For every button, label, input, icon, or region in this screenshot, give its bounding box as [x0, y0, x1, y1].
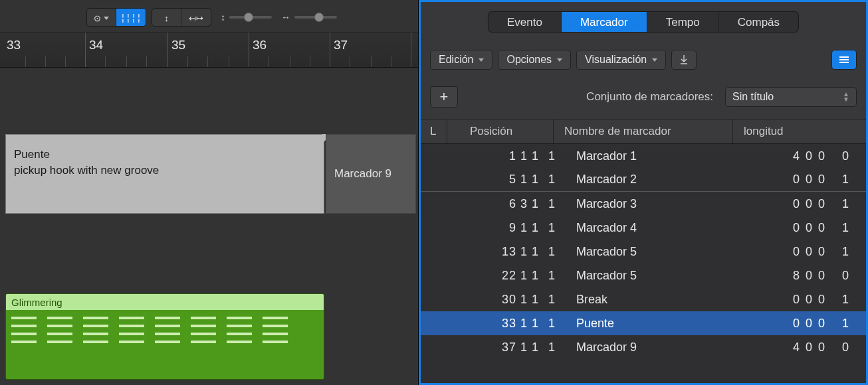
col-length[interactable]: longitud — [733, 119, 866, 143]
cell-length[interactable]: 4 0 0 — [744, 149, 830, 163]
cell-length-tick[interactable]: 0 — [830, 341, 866, 354]
cell-position[interactable]: 6 3 1 — [447, 197, 543, 211]
table-row[interactable]: 13 1 11Marcador 50 0 01 — [421, 240, 866, 264]
cell-marker-name[interactable]: Break — [566, 293, 744, 307]
cell-length-tick[interactable]: 1 — [830, 173, 866, 187]
cell-length-tick[interactable]: 1 — [830, 221, 866, 235]
cell-position-tick[interactable]: 1 — [543, 221, 566, 235]
audio-region-glimmering[interactable]: Glimmering — [5, 293, 324, 380]
horizontal-autozoom-button[interactable]: ↤↦ — [181, 9, 211, 27]
cell-length[interactable]: 0 0 0 — [744, 317, 830, 331]
cell-position-tick[interactable]: 1 — [543, 197, 566, 211]
cell-length[interactable]: 0 0 0 — [744, 197, 830, 211]
marker-title: Puente — [14, 147, 316, 163]
cell-position[interactable]: 13 1 1 — [447, 245, 543, 259]
waveform-view-button[interactable]: ╎╎╎╎ — [116, 9, 146, 27]
table-row[interactable]: 9 1 11Marcador 40 0 01 — [421, 216, 866, 240]
cell-marker-name[interactable]: Marcador 2 — [566, 173, 744, 187]
menu-label: Edición — [439, 54, 473, 66]
cell-position-tick[interactable]: 1 — [543, 317, 566, 331]
bar-number: 33 — [7, 38, 21, 52]
chevron-down-icon — [652, 58, 657, 62]
cell-position-tick[interactable]: 1 — [543, 245, 566, 259]
tab-tempo[interactable]: Tempo — [647, 12, 719, 32]
vertical-autozoom-button[interactable]: ↕ — [152, 9, 181, 27]
cell-marker-name[interactable]: Marcador 9 — [566, 341, 744, 354]
cell-length-tick[interactable]: 1 — [830, 245, 866, 259]
cell-marker-name[interactable]: Marcador 3 — [566, 197, 744, 211]
horizontal-zoom-slider[interactable] — [294, 16, 337, 19]
cell-length-tick[interactable]: 1 — [830, 317, 866, 331]
arrange-canvas[interactable]: Puente pickup hook with new groove Marca… — [0, 68, 418, 385]
table-row[interactable]: 30 1 11Break0 0 01 — [421, 287, 866, 311]
cell-position-tick[interactable]: 1 — [543, 341, 566, 354]
cell-length-tick[interactable]: 1 — [830, 197, 866, 211]
svg-rect-1 — [839, 59, 849, 60]
table-row[interactable]: 5 1 11Marcador 20 0 01 — [421, 168, 866, 192]
list-view-button[interactable] — [831, 50, 857, 70]
horizontal-zoom-icon: ↤↦ — [189, 13, 203, 23]
table-row[interactable]: 6 3 11Marcador 30 0 01 — [421, 192, 866, 216]
chevron-down-icon — [104, 17, 109, 20]
marker-set-row: + Conjunto de marcadores: Sin título ▲▼ — [430, 84, 857, 110]
cell-length[interactable]: 0 0 0 — [744, 245, 830, 259]
editor-menubar: Edición Opciones Visualización — [430, 48, 857, 71]
cell-position[interactable]: 33 1 1 — [447, 317, 543, 331]
cell-position[interactable]: 22 1 1 — [447, 269, 543, 283]
col-lock[interactable]: L — [421, 119, 447, 143]
menu-opciones[interactable]: Opciones — [498, 50, 571, 70]
table-row[interactable]: 1 1 11Marcador 14 0 00 — [421, 144, 866, 168]
slider-thumb[interactable] — [244, 13, 253, 22]
menu-label: Visualización — [585, 54, 647, 66]
tab-marcador[interactable]: Marcador — [562, 12, 647, 32]
bar-ruler[interactable]: 33 34 35 36 37 — [0, 32, 418, 68]
table-row[interactable]: 37 1 11Marcador 94 0 00 — [421, 335, 866, 359]
cell-length[interactable]: 0 0 0 — [744, 221, 830, 235]
marker-table-body: 1 1 11Marcador 14 0 005 1 11Marcador 20 … — [421, 144, 866, 383]
cell-position-tick[interactable]: 1 — [543, 269, 566, 283]
filter-button[interactable] — [671, 50, 697, 70]
menu-edicion[interactable]: Edición — [430, 50, 492, 70]
cell-position[interactable]: 1 1 1 — [447, 149, 543, 163]
table-row[interactable]: 22 1 11Marcador 58 0 00 — [421, 264, 866, 287]
cell-marker-name[interactable]: Marcador 4 — [566, 221, 744, 235]
cell-length-tick[interactable]: 0 — [830, 149, 866, 163]
bar-number: 34 — [89, 38, 103, 52]
vertical-zoom-icon: ↕ — [221, 12, 225, 23]
col-name[interactable]: Nombre de marcador — [554, 119, 733, 143]
cell-length-tick[interactable]: 0 — [830, 269, 866, 283]
add-marker-button[interactable]: + — [430, 86, 458, 108]
tab-evento[interactable]: Evento — [488, 12, 562, 32]
col-position[interactable]: Posición — [447, 119, 554, 143]
chevron-down-icon — [557, 58, 562, 62]
cell-marker-name[interactable]: Marcador 5 — [566, 245, 744, 259]
cell-position[interactable]: 30 1 1 — [447, 293, 543, 307]
cell-position-tick[interactable]: 1 — [543, 173, 566, 187]
tab-compas[interactable]: Compás — [719, 12, 798, 32]
cell-position[interactable]: 37 1 1 — [447, 341, 543, 354]
vertical-zoom-icon: ↕ — [164, 13, 169, 23]
table-row[interactable]: 33 1 11Puente0 0 01 — [421, 311, 866, 335]
cell-length[interactable]: 0 0 0 — [744, 173, 830, 187]
marker-region-9[interactable]: Marcador 9 — [326, 134, 416, 214]
marker-region-puente[interactable]: Puente pickup hook with new groove — [5, 134, 324, 214]
cell-length[interactable]: 0 0 0 — [744, 293, 830, 307]
cell-length[interactable]: 4 0 0 — [744, 341, 830, 354]
cell-position[interactable]: 5 1 1 — [447, 173, 543, 187]
slider-thumb[interactable] — [314, 13, 324, 22]
marker-set-select[interactable]: Sin título ▲▼ — [725, 87, 857, 107]
cell-position-tick[interactable]: 1 — [543, 293, 566, 307]
view-menu-button[interactable]: ⊙ — [87, 9, 116, 27]
cell-marker-name[interactable]: Puente — [566, 317, 744, 331]
horizontal-zoom-icon: ↔ — [281, 12, 290, 23]
cell-marker-name[interactable]: Marcador 5 — [566, 269, 744, 283]
vertical-zoom-slider[interactable] — [229, 16, 272, 19]
cell-marker-name[interactable]: Marcador 1 — [566, 149, 744, 163]
cell-length-tick[interactable]: 1 — [830, 293, 866, 307]
cell-position-tick[interactable]: 1 — [543, 149, 566, 163]
menu-visualizacion[interactable]: Visualización — [576, 50, 666, 70]
svg-rect-2 — [839, 62, 849, 63]
list-icon — [839, 56, 849, 64]
cell-length[interactable]: 8 0 0 — [744, 269, 830, 283]
cell-position[interactable]: 9 1 1 — [447, 221, 543, 235]
